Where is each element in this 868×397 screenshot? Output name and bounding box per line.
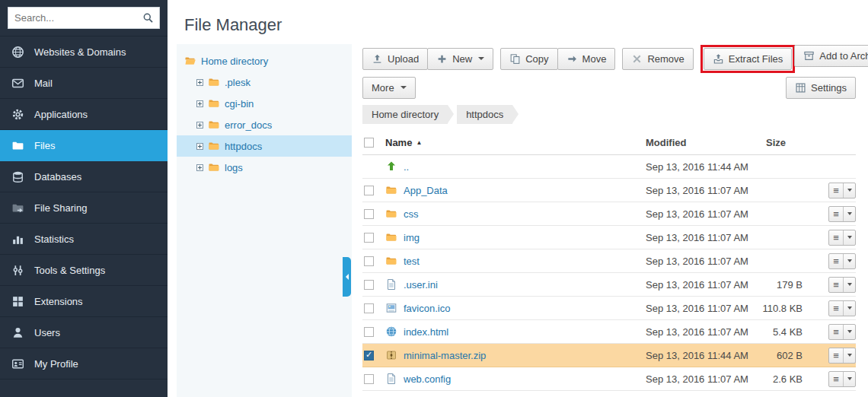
breadcrumb-httpdocs[interactable]: httpdocs xyxy=(457,105,512,124)
search-button[interactable] xyxy=(136,8,159,28)
expand-plus-icon[interactable] xyxy=(196,122,203,129)
file-row-user-ini[interactable]: .user.ini Sep 13, 2016 11:07 AM 179 B ≡ xyxy=(362,273,856,297)
hamburger-icon: ≡ xyxy=(829,254,844,268)
sidebar-item-databases[interactable]: Databases xyxy=(0,161,168,192)
settings-button[interactable]: Settings xyxy=(786,77,856,99)
file-name-link[interactable]: .user.ini xyxy=(404,279,438,291)
remove-button[interactable]: Remove xyxy=(622,48,693,70)
upload-button[interactable]: Upload xyxy=(362,48,428,70)
file-name-link[interactable]: css xyxy=(404,208,419,220)
file-row-img[interactable]: img Sep 13, 2016 11:07 AM ≡ xyxy=(362,226,856,249)
breadcrumb: Home directory httpdocs xyxy=(362,105,856,124)
tree-item-httpdocs[interactable]: httpdocs xyxy=(177,135,352,157)
file-row-css[interactable]: css Sep 13, 2016 11:07 AM ≡ xyxy=(362,202,856,226)
file-name-link[interactable]: .. xyxy=(404,161,409,173)
row-checkbox[interactable] xyxy=(364,209,374,219)
row-menu-button[interactable]: ≡ xyxy=(828,230,856,246)
closed-folder-icon xyxy=(208,140,220,152)
profile-icon xyxy=(11,357,24,370)
annotation-red-highlight-box: Extract Files xyxy=(700,45,796,73)
expand-plus-icon[interactable] xyxy=(196,100,203,107)
row-menu-button[interactable]: ≡ xyxy=(828,371,856,387)
copy-button[interactable]: Copy xyxy=(500,48,557,70)
add-to-archive-label: Add to Archive xyxy=(819,50,868,62)
move-button[interactable]: Move xyxy=(557,48,616,70)
file-list: .. Sep 13, 2016 11:44 AM ≡ xyxy=(362,155,856,391)
tree-item-cgi-bin[interactable]: cgi-bin xyxy=(177,93,352,114)
sidebar-item-websites-domains[interactable]: Websites & Domains xyxy=(0,37,168,68)
chevron-down-icon xyxy=(844,230,855,245)
breadcrumb-home-directory[interactable]: Home directory xyxy=(362,105,448,124)
sidebar-item-label: Tools & Settings xyxy=(34,265,105,276)
select-all-checkbox[interactable] xyxy=(364,138,374,148)
column-header-name[interactable]: Name ▲ xyxy=(385,137,646,148)
file-name-link[interactable]: test xyxy=(404,256,420,267)
column-header-size[interactable]: Size xyxy=(760,137,822,148)
sidebar-item-users[interactable]: Users xyxy=(0,317,168,348)
row-checkbox[interactable] xyxy=(364,280,374,290)
row-menu-button[interactable]: ≡ xyxy=(828,253,856,269)
tree-item-label: logs xyxy=(225,162,243,173)
file-row[interactable]: .. Sep 13, 2016 11:44 AM ≡ xyxy=(362,155,856,179)
file-row-app-data[interactable]: App_Data Sep 13, 2016 11:07 AM ≡ xyxy=(362,179,856,202)
row-menu-button[interactable]: ≡ xyxy=(828,324,856,340)
row-menu-button[interactable]: ≡ xyxy=(828,277,856,293)
open-folder-icon xyxy=(184,55,196,67)
file-name-link[interactable]: minimal-master.zip xyxy=(404,350,486,361)
expand-plus-icon[interactable] xyxy=(196,79,203,86)
copy-move-group: Copy Move xyxy=(500,48,615,70)
search-input[interactable] xyxy=(8,12,136,24)
new-button[interactable]: New xyxy=(427,48,493,70)
sidebar-item-my-profile[interactable]: My Profile xyxy=(0,348,168,380)
row-checkbox[interactable] xyxy=(364,374,374,384)
row-checkbox[interactable] xyxy=(364,256,374,266)
sidebar-item-statistics[interactable]: Statistics xyxy=(0,224,168,255)
hamburger-icon: ≡ xyxy=(829,278,844,292)
add-to-archive-button[interactable]: Add to Archive xyxy=(794,45,868,67)
applications-icon xyxy=(11,108,24,121)
tree-collapse-handle[interactable] xyxy=(343,257,351,297)
file-row-test[interactable]: test Sep 13, 2016 11:07 AM ≡ xyxy=(362,249,856,273)
extract-files-button[interactable]: Extract Files xyxy=(704,48,793,70)
row-checkbox[interactable] xyxy=(364,351,374,360)
tree-item-label: .plesk xyxy=(225,77,251,88)
sidebar-item-extensions[interactable]: Extensions xyxy=(0,286,168,317)
expand-plus-icon[interactable] xyxy=(196,143,203,150)
sidebar-item-tools-settings[interactable]: Tools & Settings xyxy=(0,255,168,286)
more-button[interactable]: More xyxy=(362,77,416,99)
row-menu-button[interactable]: ≡ xyxy=(828,206,856,222)
row-checkbox[interactable] xyxy=(364,233,374,243)
sidebar-item-label: Statistics xyxy=(34,233,74,245)
row-checkbox[interactable] xyxy=(364,186,374,195)
expand-plus-icon[interactable] xyxy=(196,164,203,171)
file-name-link[interactable]: favicon.ico xyxy=(404,303,450,314)
tree-item-error-docs[interactable]: error_docs xyxy=(177,114,352,135)
sidebar-item-applications[interactable]: Applications xyxy=(0,99,168,130)
file-row-index-html[interactable]: index.html Sep 13, 2016 11:07 AM 5.4 KB … xyxy=(362,320,856,344)
file-modified: Sep 13, 2016 11:07 AM xyxy=(646,232,760,243)
directory-tree: Home directory .plesk cgi-bin xyxy=(177,44,352,397)
file-name-link[interactable]: web.config xyxy=(404,373,451,385)
file-row-web-config[interactable]: web.config Sep 13, 2016 11:07 AM 2.6 KB … xyxy=(362,367,856,391)
row-menu-button[interactable]: ≡ xyxy=(828,183,856,198)
column-header-modified[interactable]: Modified xyxy=(646,137,760,148)
chevron-left-icon xyxy=(346,274,349,280)
file-name-link[interactable]: App_Data xyxy=(404,185,448,196)
row-menu-button[interactable]: ≡ xyxy=(828,300,856,316)
sort-ascending-icon: ▲ xyxy=(416,139,422,146)
row-checkbox[interactable] xyxy=(364,327,374,337)
tree-item-home-directory[interactable]: Home directory xyxy=(177,50,352,71)
row-menu-button[interactable]: ≡ xyxy=(828,348,856,364)
tree-item-logs[interactable]: logs xyxy=(177,157,352,178)
file-name-link[interactable]: img xyxy=(404,232,420,243)
file-name-link[interactable]: index.html xyxy=(404,326,448,338)
tree-item-plesk[interactable]: .plesk xyxy=(177,71,352,93)
sidebar-item-label: Websites & Domains xyxy=(34,46,126,58)
zip-file-icon xyxy=(385,349,404,361)
file-row-minimal-master-zip[interactable]: minimal-master.zip Sep 13, 2016 11:44 AM… xyxy=(362,344,856,367)
sidebar-item-file-sharing[interactable]: File Sharing xyxy=(0,192,168,224)
sidebar-item-files[interactable]: Files xyxy=(0,130,168,161)
row-checkbox[interactable] xyxy=(364,303,374,313)
sidebar-item-mail[interactable]: Mail xyxy=(0,68,168,99)
file-row-favicon-ico[interactable]: favicon.ico Sep 13, 2016 11:07 AM 110.8 … xyxy=(362,297,856,320)
